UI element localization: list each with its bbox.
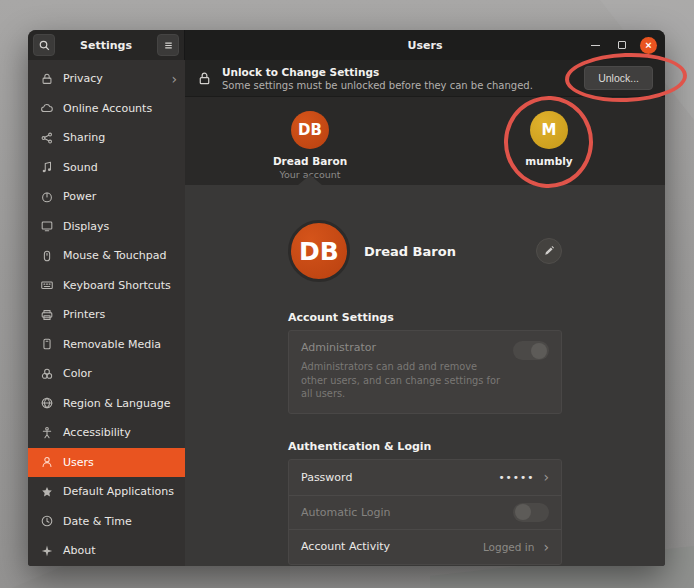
unlock-button[interactable]: Unlock... bbox=[584, 66, 653, 90]
chevron-right-icon: › bbox=[171, 72, 177, 86]
password-value: ••••• bbox=[498, 471, 534, 483]
share-icon bbox=[40, 131, 54, 145]
minimize-icon bbox=[591, 45, 600, 46]
administrator-row: Administrator Administrators can add and… bbox=[288, 330, 562, 414]
avatar[interactable]: DB bbox=[288, 220, 350, 282]
users-icon bbox=[40, 455, 54, 469]
pencil-icon bbox=[543, 245, 555, 257]
maximize-button[interactable] bbox=[613, 36, 631, 54]
sidebar-item-privacy[interactable]: Privacy › bbox=[28, 64, 185, 94]
administrator-description: Administrators can add and remove other … bbox=[301, 360, 506, 401]
auth-login-card: Password ••••• › Automatic Login Account… bbox=[288, 459, 562, 565]
sidebar-item-displays[interactable]: Displays bbox=[28, 212, 185, 242]
automatic-login-row: Automatic Login bbox=[289, 495, 561, 530]
toggle-knob bbox=[531, 343, 547, 359]
user-carousel: DB Dread Baron Your account M mumbly bbox=[185, 97, 665, 185]
unlock-banner-title: Unlock to Change Settings bbox=[222, 66, 574, 78]
page-title: Users bbox=[408, 39, 443, 52]
carousel-selection-notch bbox=[298, 175, 322, 185]
unlock-banner-subtitle: Some settings must be unlocked before th… bbox=[222, 80, 574, 91]
sidebar-item-users[interactable]: Users bbox=[28, 448, 185, 478]
maximize-icon bbox=[618, 41, 626, 49]
sidebar-item-printers[interactable]: Printers bbox=[28, 300, 185, 330]
automatic-login-label: Automatic Login bbox=[301, 506, 513, 519]
sidebar-item-accessibility[interactable]: Accessibility bbox=[28, 418, 185, 448]
account-activity-value: Logged in bbox=[483, 541, 534, 553]
printer-icon bbox=[40, 308, 54, 322]
search-button[interactable] bbox=[33, 34, 55, 56]
chevron-right-icon: › bbox=[543, 469, 549, 485]
about-icon bbox=[40, 544, 54, 558]
window-body: Privacy › Online Accounts Sharing Sound bbox=[28, 60, 665, 566]
administrator-label: Administrator bbox=[301, 341, 549, 354]
sidebar-item-date-time[interactable]: Date & Time bbox=[28, 507, 185, 537]
menu-button[interactable] bbox=[157, 34, 179, 56]
carousel-user-name: Dread Baron bbox=[273, 155, 347, 167]
lock-icon bbox=[40, 72, 54, 86]
window-controls: × bbox=[586, 30, 657, 60]
sidebar-item-mouse-touchpad[interactable]: Mouse & Touchpad bbox=[28, 241, 185, 271]
accessibility-icon bbox=[40, 426, 54, 440]
settings-window-title: Settings bbox=[55, 39, 157, 52]
users-panel: Unlock to Change Settings Some settings … bbox=[185, 60, 665, 566]
settings-window: Settings Users × Privacy › bbox=[28, 30, 665, 566]
display-icon bbox=[40, 219, 54, 233]
main-titlebar[interactable]: Users × bbox=[185, 30, 665, 60]
avatar: M bbox=[530, 111, 568, 149]
star-icon bbox=[40, 485, 54, 499]
sidebar-titlebar[interactable]: Settings bbox=[28, 30, 185, 60]
unlock-banner-text: Unlock to Change Settings Some settings … bbox=[222, 66, 574, 91]
sidebar-item-keyboard-shortcuts[interactable]: Keyboard Shortcuts bbox=[28, 271, 185, 301]
unlock-banner: Unlock to Change Settings Some settings … bbox=[185, 60, 665, 97]
sound-icon bbox=[40, 160, 54, 174]
titlebar[interactable]: Settings Users × bbox=[28, 30, 665, 60]
administrator-toggle bbox=[513, 341, 549, 360]
sidebar: Privacy › Online Accounts Sharing Sound bbox=[28, 60, 185, 566]
avatar: DB bbox=[291, 111, 329, 149]
user-details: DB Dread Baron Account Settings Administ… bbox=[185, 185, 665, 566]
cloud-icon bbox=[40, 101, 54, 115]
lock-icon bbox=[197, 71, 212, 86]
password-row[interactable]: Password ••••• › bbox=[289, 460, 561, 495]
automatic-login-toggle bbox=[513, 503, 549, 522]
sidebar-item-online-accounts[interactable]: Online Accounts bbox=[28, 94, 185, 124]
sidebar-item-removable-media[interactable]: Removable Media bbox=[28, 330, 185, 360]
account-settings-header: Account Settings bbox=[288, 311, 562, 324]
password-label: Password bbox=[301, 471, 498, 484]
sidebar-item-region-language[interactable]: Region & Language bbox=[28, 389, 185, 419]
carousel-user-name: mumbly bbox=[525, 155, 572, 167]
profile-name: Dread Baron bbox=[364, 244, 536, 259]
sidebar-item-sharing[interactable]: Sharing bbox=[28, 123, 185, 153]
globe-icon bbox=[40, 396, 54, 410]
mouse-icon bbox=[40, 249, 54, 263]
toggle-knob bbox=[515, 504, 531, 520]
sidebar-item-about[interactable]: About bbox=[28, 536, 185, 566]
auth-login-header: Authentication & Login bbox=[288, 440, 562, 453]
close-button[interactable]: × bbox=[640, 37, 657, 54]
desktop: Settings Users × Privacy › bbox=[0, 0, 694, 588]
sidebar-item-default-applications[interactable]: Default Applications bbox=[28, 477, 185, 507]
edit-name-button[interactable] bbox=[536, 238, 562, 264]
chevron-right-icon: › bbox=[543, 539, 549, 555]
power-icon bbox=[40, 190, 54, 204]
profile-row: DB Dread Baron bbox=[288, 217, 562, 285]
sidebar-item-power[interactable]: Power bbox=[28, 182, 185, 212]
search-icon bbox=[38, 39, 51, 52]
sidebar-item-color[interactable]: Color bbox=[28, 359, 185, 389]
minimize-button[interactable] bbox=[586, 36, 604, 54]
removable-media-icon bbox=[40, 337, 54, 351]
color-icon bbox=[40, 367, 54, 381]
account-activity-row[interactable]: Account Activity Logged in › bbox=[289, 529, 561, 564]
keyboard-icon bbox=[40, 278, 54, 292]
carousel-user-dread-baron[interactable]: DB Dread Baron Your account bbox=[255, 111, 365, 180]
hamburger-icon bbox=[162, 39, 175, 52]
sidebar-item-sound[interactable]: Sound bbox=[28, 153, 185, 183]
carousel-user-mumbly[interactable]: M mumbly bbox=[494, 111, 604, 167]
clock-icon bbox=[40, 514, 54, 528]
account-activity-label: Account Activity bbox=[301, 540, 483, 553]
